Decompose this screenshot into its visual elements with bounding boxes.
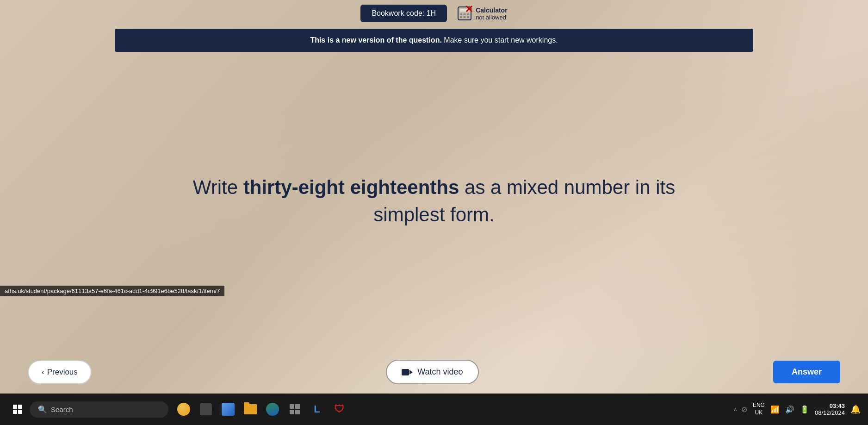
calculator-status: Calculator not allowed [456,5,507,22]
main-content: Bookwork code: 1H Calculator not allowed [0,0,868,394]
u-icon: 🛡 [334,403,344,415]
blue-app-icon [222,403,235,416]
answer-button[interactable]: Answer [773,361,840,383]
square-icon [200,403,212,415]
grid-app-icon [290,404,300,414]
previous-label: Previous [47,368,78,377]
edge-icon [266,403,279,416]
svg-rect-7 [467,16,469,18]
calculator-status: not allowed [476,14,507,21]
header-bar: Bookwork code: 1H Calculator not allowed [0,0,868,27]
question-prefix: Write [193,176,243,198]
svg-rect-6 [464,16,466,18]
action-bar: ‹ Previous Watch video Answer [0,350,868,394]
search-label: Search [51,406,73,413]
bookwork-code-button[interactable]: Bookwork code: 1H [360,5,447,22]
orb-icon [177,403,190,416]
svg-rect-2 [460,13,462,15]
question-bold: thirty-eight eighteenths [243,176,459,198]
video-camera-icon [402,368,413,376]
taskbar-system-tray: ∧ ⊘ ENG UK 📶 🔊 🔋 03:43 08/12/2024 🔔 [733,402,861,416]
wifi-icon[interactable]: 📶 [770,405,780,414]
notification-icon[interactable]: 🔔 [850,404,861,414]
network-icon[interactable]: ⊘ [741,405,747,414]
language-indicator[interactable]: ENG UK [753,402,765,416]
banner-bold: This is a new version of the question. [310,36,442,44]
taskbar-icon-blue-app[interactable] [218,400,238,419]
svg-rect-10 [402,369,409,375]
taskbar-icon-orb[interactable] [174,400,193,419]
l-icon: L [314,403,320,415]
new-version-banner: This is a new version of the question. M… [115,29,753,52]
svg-rect-4 [467,13,469,15]
question-area: Write thirty-eight eighteenths as a mixe… [138,52,730,350]
taskbar-icon-square[interactable] [196,400,216,419]
taskbar-icon-edge[interactable] [263,400,282,419]
watch-video-button[interactable]: Watch video [386,360,478,384]
clock-time: 03:43 [815,402,845,409]
taskbar-icon-folder[interactable] [241,400,260,419]
start-button[interactable] [7,399,28,419]
search-icon: 🔍 [38,405,47,414]
taskbar-search[interactable]: 🔍 Search [30,401,168,418]
up-arrow-icon[interactable]: ∧ [733,406,738,412]
taskbar-icon-grid-app[interactable] [285,400,304,419]
taskbar-icon-u[interactable]: 🛡 [329,400,349,419]
windows-icon [13,405,22,414]
svg-rect-3 [464,13,466,15]
calculator-label: Calculator [476,6,507,14]
folder-icon [244,404,257,414]
taskbar-system-icons: ∧ ⊘ [733,405,747,414]
clock-date: 08/12/2024 [815,409,845,416]
svg-marker-11 [409,370,413,375]
svg-rect-5 [460,16,462,18]
watch-video-label: Watch video [417,367,463,377]
question-text: Write thirty-eight eighteenths as a mixe… [156,174,712,229]
previous-button[interactable]: ‹ Previous [28,360,92,384]
banner-normal: Make sure you start new workings. [444,36,558,44]
power-icon[interactable]: 🔋 [800,405,809,414]
chevron-left-icon: ‹ [42,368,44,377]
calculator-icon [456,5,473,22]
lang-label: ENG [753,402,765,409]
taskbar-clock[interactable]: 03:43 08/12/2024 [815,402,845,416]
region-label: UK [753,409,765,417]
taskbar-icon-l[interactable]: L [307,400,327,419]
taskbar: 🔍 Search L 🛡 [0,394,868,425]
speaker-icon[interactable]: 🔊 [785,405,794,414]
taskbar-app-icons: L 🛡 [174,400,349,419]
